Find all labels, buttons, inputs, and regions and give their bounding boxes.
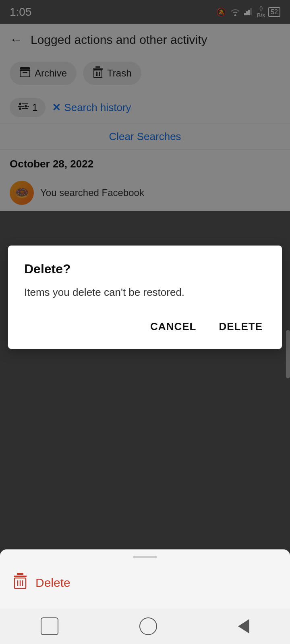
cancel-button[interactable]: CANCEL [147, 316, 199, 337]
sheet-delete-label: Delete [35, 576, 70, 590]
home-icon [139, 617, 157, 635]
sheet-handle [133, 556, 157, 558]
delete-button[interactable]: DELETE [215, 316, 266, 337]
dialog-title: Delete? [24, 262, 266, 277]
recents-button[interactable] [41, 617, 58, 635]
sheet-delete-item[interactable]: Delete [10, 566, 280, 599]
home-button[interactable] [139, 617, 157, 635]
svg-rect-20 [14, 576, 27, 577]
dialog-message: Items you delete can't be restored. [24, 285, 266, 300]
recents-icon [41, 617, 58, 635]
delete-dialog: Delete? Items you delete can't be restor… [8, 246, 282, 349]
navigation-bar [0, 609, 290, 644]
back-nav-button[interactable] [238, 619, 249, 634]
svg-rect-21 [17, 573, 23, 575]
bottom-sheet: Delete [0, 549, 290, 609]
delete-trash-icon [13, 573, 27, 592]
back-nav-icon [238, 619, 249, 634]
dialog-buttons: CANCEL DELETE [24, 316, 266, 337]
